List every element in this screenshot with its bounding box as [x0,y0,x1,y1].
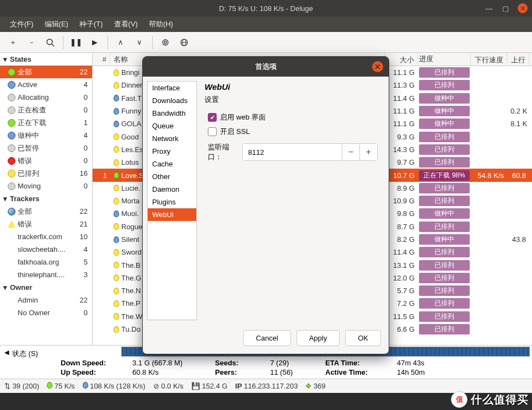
sidebar-item[interactable]: 已排列16 [0,167,92,180]
down-speed-indicator[interactable]: 75 K/s [47,382,74,390]
filter-button[interactable] [41,34,60,51]
sidebar-item[interactable]: 做种中4 [0,129,92,142]
prefs-category-item[interactable]: Cache [148,158,196,170]
sidebar-item[interactable]: Moving0 [0,180,92,192]
col-progress[interactable]: 进度 [418,53,471,66]
sidebar-item[interactable]: fatkhoala.org5 [0,256,92,268]
prefs-category-item[interactable]: Downloads [148,94,196,107]
cell-progress: 已排列 [418,310,471,323]
prefs-category-item[interactable]: Queue [148,120,196,132]
col-downspeed[interactable]: 下行速度 [471,53,507,66]
prefs-category-item[interactable]: Proxy [148,145,196,158]
sidebar-section-header[interactable]: ▾ Trackers [0,192,92,205]
sidebar-item[interactable]: thinelephant....3 [0,268,92,281]
sidebar-item[interactable]: 全部22 [0,205,92,218]
remove-torrent-button[interactable]: － [22,34,41,51]
sidebar-item[interactable]: 正在检查0 [0,104,92,116]
svg-point-2 [163,40,168,45]
cell-progress: 已排列 [418,79,471,91]
prefs-category-item[interactable]: WebUi [148,208,196,221]
minimize-button[interactable]: — [485,4,493,13]
resume-button[interactable]: ▶ [85,34,104,51]
prefs-category-item[interactable]: Network [148,132,196,145]
prefs-category-item[interactable]: Plugins [148,196,196,208]
sidebar-item[interactable]: trackerfix.com10 [0,230,92,243]
svg-point-0 [47,39,52,45]
cell-progress: 正在下载 98% [418,169,471,182]
port-decrement-button[interactable]: − [342,144,359,160]
queue-up-button[interactable]: ∧ [111,34,130,51]
prefs-category-item[interactable]: Interface [148,82,196,94]
sidebar-section-header[interactable]: ▾ States [0,53,92,66]
sidebar-item[interactable]: 已暂停0 [0,142,92,154]
sidebar-item-count: 22 [80,68,89,76]
queue-down-button[interactable]: ∨ [130,34,149,51]
enable-ssl-checkbox[interactable] [208,127,217,136]
sidebar-item[interactable]: Allocating0 [0,91,92,104]
col-num[interactable]: # [93,53,110,66]
sidebar-item-label: Active [18,80,84,89]
enable-web-checkbox[interactable]: ✔ [208,113,217,122]
watermark: 值 什么值得买 [451,391,529,408]
cell-size: 9.7 G [385,158,418,166]
sidebar-section-header[interactable]: ▾ Owner [0,281,92,294]
preferences-button[interactable] [156,34,175,51]
sidebar-item-count: 1 [84,118,89,127]
sidebar-item-count: 4 [84,245,89,253]
status-icon [8,68,15,76]
sidebar-item[interactable]: slowcheetah....4 [0,243,92,256]
status-value: 11 (56) [270,368,320,376]
connections-indicator[interactable]: ⇅ 39 (200) [4,382,39,390]
connection-manager-button[interactable] [175,34,194,51]
cell-progress: 已排列 [418,195,471,207]
torrent-status-icon [114,172,119,179]
dialog-close-button[interactable]: ✕ [372,61,383,72]
dialog-titlebar[interactable]: 首选项 ✕ [143,57,389,77]
prefs-category-item[interactable]: Daemon [148,183,196,196]
sidebar-item-count: 16 [80,169,89,177]
sidebar-item[interactable]: Active4 [0,78,92,91]
sidebar-item-label: 已排列 [18,169,80,179]
close-button[interactable]: ✕ [518,3,528,13]
cancel-button[interactable]: Cancel [243,330,291,346]
col-size[interactable]: 大小 [385,53,418,66]
sidebar-item[interactable]: 错误21 [0,218,92,230]
disk-space-indicator[interactable]: 💾 152.4 G [191,382,228,390]
menu-item[interactable]: 帮助(H) [143,19,179,29]
cell-progress: 做种中 [418,207,471,220]
menu-item[interactable]: 种子(T) [74,19,109,29]
ok-button[interactable]: OK [345,330,381,346]
prefs-category-item[interactable]: Bandwidth [148,107,196,120]
sidebar-item[interactable]: 正在下载1 [0,116,92,129]
sidebar-item-label: trackerfix.com [18,233,80,241]
pause-button[interactable]: ❚❚ [67,34,85,51]
cell-size: 5.7 G [385,287,418,295]
sidebar-item-label: Admin [18,296,80,304]
up-speed-indicator[interactable]: 108 K/s (128 K/s) [83,382,146,390]
port-input[interactable] [243,144,342,160]
sidebar-item-count: 0 [84,144,89,152]
sidebar-item-count: 22 [80,296,89,304]
apply-button[interactable]: Apply [297,330,340,346]
dht-indicator[interactable]: ✥ 369 [305,382,325,390]
sidebar-item[interactable]: Admin22 [0,294,92,306]
sidebar-item-count: 0 [84,182,89,190]
maximize-button[interactable]: ▢ [501,4,510,13]
protocol-speed-indicator[interactable]: ⊘ 0.0 K/s [153,382,184,390]
torrent-status-icon [114,313,119,320]
menu-item[interactable]: 文件(F) [4,19,39,29]
sidebar-item[interactable]: No Owner0 [0,306,92,319]
status-icon [8,208,15,215]
cell-size: 8.7 G [385,223,418,231]
sidebar-item[interactable]: 错误0 [0,154,92,167]
cell-size: 11.1 G [385,68,418,77]
add-torrent-button[interactable]: ＋ [3,34,22,51]
col-upspeed[interactable]: 上行 [507,53,529,66]
sidebar-item[interactable]: 全部22 [0,66,92,78]
window-titlebar: D: 75 K/s U: 108 K/s - Deluge — ▢ ✕ [0,0,532,17]
menu-item[interactable]: 编辑(E) [39,19,74,29]
prefs-category-item[interactable]: Other [148,170,196,183]
status-tab[interactable]: ◀ 状态 (S) [0,347,61,379]
port-increment-button[interactable]: + [359,144,377,160]
menu-item[interactable]: 查看(V) [109,19,143,29]
